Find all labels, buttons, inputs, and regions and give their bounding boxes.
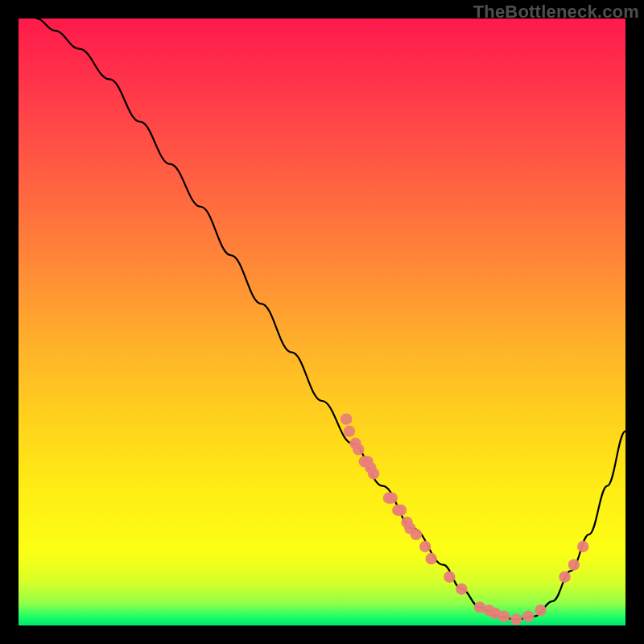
scatter-dot (359, 456, 370, 467)
chart-stage: TheBottleneck.com (0, 0, 644, 644)
scatter-dot (444, 571, 455, 582)
plot-area (19, 19, 625, 625)
scatter-dot (456, 584, 467, 595)
scatter-dot (349, 438, 361, 449)
scatter-dot (392, 505, 403, 516)
scatter-dot (353, 444, 364, 455)
scatter-dot (522, 610, 534, 621)
scatter-dot (395, 505, 407, 516)
scatter-dot (368, 468, 379, 479)
scatter-dot (498, 610, 510, 621)
scatter-dot (361, 456, 373, 467)
scatter-dot (489, 608, 501, 619)
curve-layer (19, 19, 625, 625)
scatter-dot (535, 605, 546, 616)
scatter-dot (383, 492, 394, 503)
scatter-dot (568, 559, 580, 570)
scatter-dot (510, 613, 522, 625)
scatter-dot (426, 553, 437, 564)
scatter-dot (483, 605, 494, 616)
scatter-dot (401, 517, 412, 528)
scatter-dot (365, 462, 376, 473)
scatter-dot (341, 413, 352, 424)
scatter-dot (344, 426, 355, 437)
scatter-dot (411, 529, 422, 540)
scatter-dot (577, 541, 588, 552)
scatter-dot (404, 522, 415, 534)
scatter-dot (474, 601, 485, 613)
bottleneck-curve (37, 19, 625, 619)
scatter-dot (386, 492, 398, 503)
scatter-points (341, 413, 588, 625)
scatter-dot (419, 541, 431, 552)
scatter-dot (559, 571, 570, 582)
